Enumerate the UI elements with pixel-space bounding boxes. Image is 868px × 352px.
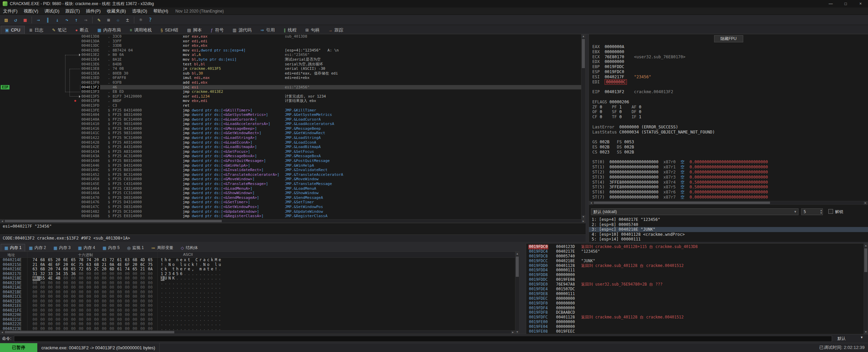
hex-byte[interactable]: 00 [40, 290, 48, 295]
hex-byte[interactable]: 00 [117, 313, 125, 317]
favourites-icon[interactable]: ☆ [114, 16, 122, 24]
tab-结构体[interactable]: ◇结构体 [177, 244, 201, 251]
ascii-char[interactable]: . [207, 313, 211, 317]
hex-byte[interactable]: 00 [33, 322, 40, 327]
ascii-char[interactable]: . [207, 290, 211, 295]
ascii-char[interactable]: . [161, 313, 164, 317]
ascii-char[interactable]: . [199, 317, 203, 322]
hex-byte[interactable]: 00 [48, 322, 56, 327]
ascii-char[interactable]: N [203, 263, 207, 267]
ascii-char[interactable]: . [199, 285, 203, 290]
disasm-row-004013D8[interactable]: 004013D8.33C0xor eax,eaxsub_4013D8 [0, 34, 581, 39]
ascii-char[interactable]: 1 [161, 272, 164, 276]
disasm-row-004013ED[interactable]: 004013ED.0FAFF8imul edi,eaxedi=edi+ebx [0, 76, 581, 80]
ascii-char[interactable]: . [199, 304, 203, 308]
hex-byte[interactable]: 33 [48, 272, 56, 276]
tab-源代码[interactable]: ▥源代码 [228, 26, 256, 34]
ascii-char[interactable]: C [196, 258, 199, 263]
scroll-right-icon[interactable]: ▶ [864, 201, 867, 205]
ascii-char[interactable]: t [188, 258, 192, 263]
hex-byte[interactable]: 00 [48, 313, 56, 317]
stack-pane[interactable]: 0019FDC00040123D返回到 crackme.sub_401128+1… [526, 243, 868, 334]
hex-byte[interactable]: 00 [125, 272, 133, 276]
ascii-char[interactable]: ! [196, 263, 199, 267]
hex-byte[interactable]: 00 [117, 304, 125, 308]
hex-byte[interactable]: 00 [110, 308, 117, 313]
hex-byte[interactable]: 00 [63, 299, 71, 304]
run-icon[interactable]: → [34, 16, 43, 24]
ascii-char[interactable]: . [169, 304, 172, 308]
hex-byte[interactable]: 00 [56, 327, 63, 331]
tab-笔记[interactable]: ✎笔记 [48, 26, 71, 34]
ascii-char[interactable] [211, 263, 215, 267]
hex-byte[interactable]: 00 [140, 294, 148, 299]
hex-byte[interactable]: 00 [63, 294, 71, 299]
ascii-char[interactable]: . [219, 304, 222, 308]
ascii-char[interactable]: . [192, 285, 195, 290]
hex-byte[interactable]: 63 [125, 258, 133, 263]
scroll-thumb[interactable] [582, 39, 585, 68]
hex-byte[interactable]: 00 [148, 299, 156, 304]
ascii-char[interactable]: . [192, 327, 195, 331]
tab-局部变量[interactable]: ≔局部变量 [147, 244, 177, 251]
register-line[interactable]: LastStatus C0000034 (STATUS_OBJECT_NAME_… [592, 130, 867, 135]
ascii-char[interactable]: h [164, 258, 168, 263]
register-line[interactable] [592, 155, 867, 160]
hex-byte[interactable]: 00 [63, 304, 71, 308]
ascii-char[interactable]: a [203, 267, 207, 272]
hex-byte[interactable]: 00 [86, 276, 94, 281]
ascii-char[interactable]: o [207, 263, 211, 267]
register-line[interactable] [592, 95, 867, 100]
hex-byte[interactable]: 00 [94, 285, 102, 290]
hex-byte[interactable]: 00 [133, 327, 140, 331]
register-line[interactable]: ST(5) 3FFE8000000000000000 x87r5 空 0.500… [592, 185, 867, 190]
dump-row[interactable]: 004021CE00000000000000000000000000000000… [0, 294, 515, 299]
disasm-row-004013FD[interactable]: 004013FD.C3ret [0, 103, 581, 108]
ascii-char[interactable]: . [211, 290, 215, 295]
scroll-up-icon[interactable]: ▲ [515, 252, 519, 256]
ascii-char[interactable]: . [172, 317, 176, 322]
hex-byte[interactable]: 21 [33, 263, 40, 267]
hex-byte[interactable]: 00 [117, 285, 125, 290]
hex-byte[interactable]: 00 [40, 285, 48, 290]
tab-引用[interactable]: ⇒引用 [256, 26, 279, 34]
stack-row[interactable]: 0019FDF8DCBAABCD [526, 310, 863, 315]
register-line[interactable]: CF 0 TF 0 IF 1 [592, 115, 867, 120]
ascii-char[interactable]: . [219, 322, 222, 327]
ascii-char[interactable]: a [203, 258, 207, 263]
ascii-char[interactable]: . [184, 308, 188, 313]
register-line[interactable] [592, 134, 867, 140]
ascii-char[interactable]: . [169, 322, 172, 327]
hex-byte[interactable]: 00 [140, 276, 148, 281]
ascii-char[interactable]: . [215, 299, 218, 304]
ascii-char[interactable]: . [207, 317, 211, 322]
ascii-char[interactable]: . [164, 294, 168, 299]
hex-byte[interactable]: 00 [71, 304, 79, 308]
register-line[interactable]: CS 0023 SS 002B [592, 150, 867, 155]
hide-fpu-button[interactable]: 隐藏FPU [714, 35, 743, 42]
ascii-char[interactable]: . [207, 304, 211, 308]
hex-byte[interactable]: 6E [63, 258, 71, 263]
ascii-char[interactable]: . [180, 276, 184, 281]
hex-byte[interactable]: 00 [110, 290, 117, 295]
ascii-char[interactable]: n [176, 258, 180, 263]
ascii-char[interactable]: . [211, 317, 215, 322]
ascii-char[interactable]: . [192, 272, 195, 276]
memory-dump-pane[interactable]: 地址 十六进制 ASCII 0040214E746865206E65787420… [0, 251, 519, 334]
hex-byte[interactable]: 00 [133, 317, 140, 322]
ascii-char[interactable]: 4 [172, 272, 176, 276]
ascii-char[interactable]: . [188, 299, 192, 304]
hex-byte[interactable]: 36 [71, 272, 79, 276]
ascii-char[interactable]: . [215, 317, 218, 322]
ascii-char[interactable]: . [180, 285, 184, 290]
hex-byte[interactable]: 74 [125, 267, 133, 272]
hex-byte[interactable]: 00 [140, 272, 148, 276]
ascii-char[interactable]: c [161, 267, 164, 272]
register-line[interactable]: EDI 0000000C [592, 80, 867, 85]
hex-byte[interactable]: 00 [86, 285, 94, 290]
hex-byte[interactable]: 00 [86, 272, 94, 276]
ascii-char[interactable]: u [219, 263, 222, 267]
ascii-char[interactable]: N [169, 276, 172, 281]
disasm-row-004013EA[interactable]: 004013EA.80EB 30sub bl,30edi=edi*eax, 值存… [0, 71, 581, 76]
register-line[interactable]: GS 002B FS 0053 [592, 140, 867, 145]
